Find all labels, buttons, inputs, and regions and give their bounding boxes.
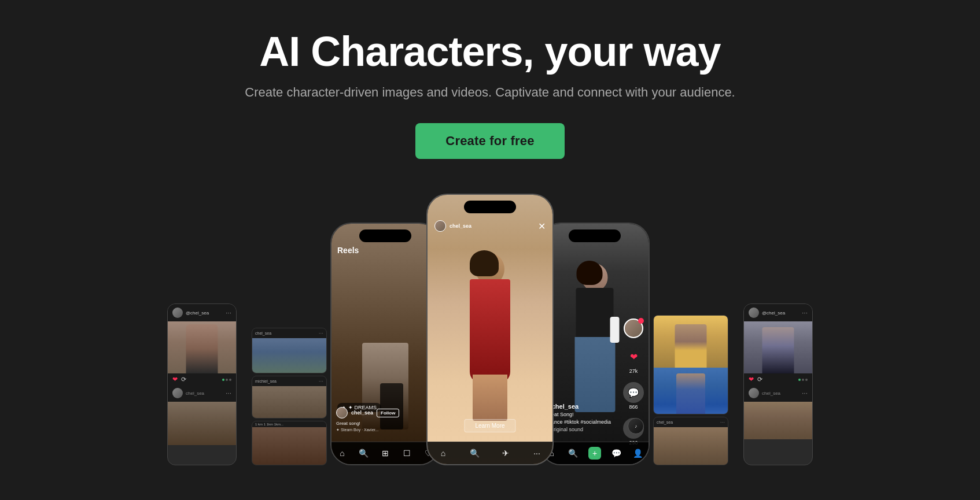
- reels-label: Reels: [337, 246, 359, 255]
- comment-icon: 💬: [623, 382, 644, 403]
- heart-icon: ❤: [172, 376, 178, 383]
- right-carousel-dot-3: [805, 379, 808, 381]
- home-icon: ⌂: [336, 447, 349, 460]
- carousel-dot: [222, 379, 224, 381]
- card-username: @chel_sea: [186, 310, 209, 316]
- left-thumb-3: 1 km 1 1km 1km...: [252, 421, 327, 465]
- right-thumb-portrait: [654, 427, 728, 465]
- reels-username: chel_sea: [351, 410, 373, 416]
- right-card-image-2: [744, 402, 812, 439]
- follow-button[interactable]: Follow: [377, 409, 399, 417]
- left-thumb-grid: chel_sea ··· michiel_sea ··· 1 km 1 1km …: [252, 328, 327, 465]
- phones-display: @chel_sea ··· ❤ ⟳: [156, 194, 824, 465]
- right-card-username: @chel_sea: [762, 310, 785, 316]
- card-header: @chel_sea ···: [168, 304, 236, 321]
- right-thumb-yellow-img: [654, 316, 728, 368]
- reels-caption: Great song!: [336, 421, 434, 426]
- right-thumb-2: chel_sea ···: [653, 417, 728, 465]
- card-menu-icon: ···: [226, 309, 231, 317]
- right-card-avatar-2: [749, 388, 759, 398]
- card-header-2: chel_sea ···: [168, 386, 236, 402]
- tiktok-username: @chel_sea: [546, 403, 625, 410]
- tiktok-bottom-nav: ⌂ 🔍 + 💬 👤: [541, 442, 649, 464]
- tiktok-avatar-wrap: [624, 318, 643, 338]
- carousel-dot: [226, 379, 228, 381]
- left-thumb-2: michiel_sea ···: [252, 376, 327, 418]
- main-phone-top-bar: chel_sea ✕: [428, 217, 552, 235]
- tiktok-avatar: [624, 318, 643, 338]
- send-icon: ✈: [499, 447, 512, 460]
- right-card-menu-icon-2: ···: [802, 389, 808, 397]
- tiktok-song-disc: ♪: [628, 418, 644, 434]
- reels-user-info: chel_sea Follow Great song! ✦ Steam Boy …: [336, 407, 434, 432]
- main-phone-avatar: [434, 220, 446, 232]
- right-card-username-2: chel_sea: [762, 391, 780, 396]
- bag-icon: ☐: [400, 447, 413, 460]
- card-avatar-icon-2: [172, 388, 183, 398]
- reels-bottom-nav: ⌂ 🔍 ⊞ ☐ ♡: [331, 442, 439, 464]
- right-thumb-username: chel_sea: [657, 420, 673, 424]
- thumb-menu-icon-2: ···: [319, 378, 323, 384]
- right-card-actions: ❤ ⟳: [744, 373, 812, 386]
- search-icon: 🔍: [358, 447, 370, 460]
- right-card-header: @chel_sea ···: [744, 304, 812, 321]
- right-filter-icon: ⟳: [757, 376, 762, 383]
- right-thumb-grid: chel_sea ···: [653, 315, 728, 465]
- close-icon: ✕: [538, 221, 546, 232]
- hero-subtitle: Create character-driven images and video…: [245, 85, 735, 100]
- reels-song: ✦ Steam Boy · Xavier...: [336, 428, 434, 432]
- main-phone-username: chel_sea: [450, 223, 471, 229]
- right-card-image-1: [744, 321, 812, 373]
- card-main-image: [168, 321, 236, 373]
- learn-more-button[interactable]: Learn More: [464, 419, 515, 432]
- card-sub-image: [168, 402, 236, 445]
- tiktok-hashtags: #dance #tiktok #socialmedia: [546, 419, 625, 425]
- right-carousel-dot: [798, 379, 801, 381]
- left-thumb-1: chel_sea ···: [252, 328, 327, 373]
- comment-count: 866: [629, 404, 638, 410]
- filter-icon: ⟳: [181, 376, 186, 383]
- reels-avatar: [336, 407, 348, 418]
- tiktok-like-wrap: ❤ 27k: [623, 346, 644, 374]
- far-left-instagram-card: @chel_sea ··· ❤ ⟳: [167, 303, 237, 465]
- card-avatar-icon: [172, 308, 183, 318]
- follow-indicator: [638, 318, 644, 324]
- main-phone-bottom-nav: ⌂ 🔍 ✈ ···: [428, 442, 552, 464]
- tiktok-song: ♪ Original sound: [546, 427, 625, 432]
- thumb-menu-icon: ···: [319, 330, 323, 336]
- right-thumb-menu: ···: [720, 419, 725, 425]
- home-icon-2: ⌂: [437, 447, 450, 460]
- hero-section: AI Characters, your way Create character…: [0, 0, 980, 500]
- card-menu-icon-2: ···: [226, 389, 231, 397]
- main-center-phone: chel_sea ✕ Learn More ⌂ 🔍 ✈ ···: [426, 194, 554, 465]
- card-actions-bar: ❤ ⟳: [168, 373, 236, 386]
- tiktok-bottom-info: @chel_sea Great Song! #dance #tiktok #so…: [546, 403, 625, 432]
- create-free-button[interactable]: Create for free: [415, 123, 564, 159]
- tiktok-caption: Great Song!: [546, 412, 625, 417]
- like-count: 27k: [629, 368, 638, 374]
- thumb-image-sitting: [252, 427, 326, 465]
- tiktok-create-icon: +: [588, 447, 601, 460]
- tiktok-comment-wrap: 💬 866: [623, 382, 644, 410]
- tiktok-phone: ❤ 27k 💬 866 ↗ 290 @chel_sea Great So: [540, 223, 650, 465]
- thumb-username: chel_sea: [255, 331, 271, 335]
- search-icon-2: 🔍: [468, 447, 481, 460]
- right-heart-icon: ❤: [749, 376, 754, 383]
- shop-icon: ⊞: [379, 447, 392, 460]
- right-thumb-blue-img: [654, 368, 728, 414]
- right-card-menu-icon: ···: [802, 309, 808, 317]
- tiktok-search-icon: 🔍: [567, 447, 580, 460]
- card-username-2: chel_sea: [186, 391, 204, 396]
- heart-icon-tiktok: ❤: [623, 346, 644, 367]
- tiktok-profile-icon: 👤: [631, 447, 644, 460]
- hero-title: AI Characters, your way: [259, 29, 720, 75]
- right-card-avatar: [749, 308, 759, 318]
- tiktok-inbox-icon: 💬: [610, 447, 622, 460]
- right-carousel-dot-2: [802, 379, 804, 381]
- far-right-instagram-card: @chel_sea ··· ❤ ⟳: [743, 303, 813, 465]
- reels-phone: Reels ✦ ✦ DREAMS chel_sea Follow Great s…: [330, 223, 440, 465]
- thumb-username-3: 1 km 1 1km 1km...: [255, 423, 283, 426]
- thumb-image-outdoor: [252, 338, 326, 373]
- right-thumb-1: [653, 315, 728, 414]
- carousel-dot: [229, 379, 231, 381]
